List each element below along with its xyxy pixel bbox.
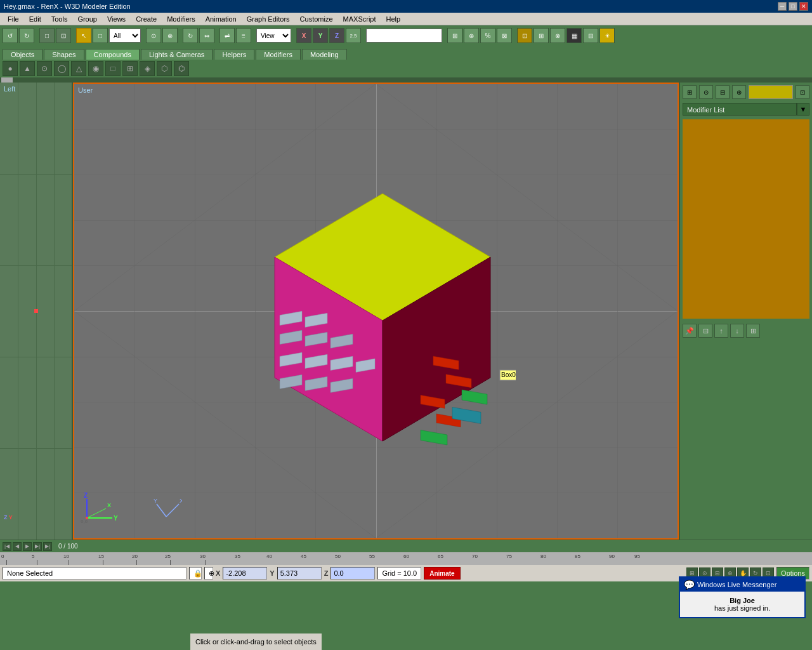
animation-controls: |◀ ◀ ▶ ▶| ▶| (0, 542, 55, 551)
x-coord-field[interactable]: -2.208 (223, 567, 267, 580)
pyramid-button[interactable]: △ (71, 61, 86, 76)
menu-views[interactable]: Views (102, 14, 131, 24)
menu-tools[interactable]: Tools (46, 14, 73, 24)
menu-graph-editors[interactable]: Graph Editors (242, 14, 295, 24)
sphere2-button[interactable]: ◉ (88, 61, 103, 76)
menu-modifiers[interactable]: Modifiers (162, 14, 200, 24)
select-region-button[interactable]: □ (93, 28, 108, 43)
box-button[interactable]: □ (105, 61, 121, 76)
go-to-start-button[interactable]: |◀ (3, 542, 11, 551)
prev-frame-button[interactable]: ◀ (13, 542, 22, 551)
torus-button[interactable]: ◯ (54, 61, 69, 76)
maximize-button[interactable]: □ (789, 2, 797, 11)
percent-button[interactable]: 2.5 (346, 28, 361, 43)
spinner-snap-button[interactable]: ⊠ (497, 28, 512, 43)
tab-compounds[interactable]: Compounds (86, 49, 140, 60)
material-editor-button[interactable]: ⊗ (550, 28, 565, 43)
render-checker-button[interactable]: ▦ (566, 28, 582, 43)
play-button[interactable]: ▶ (23, 542, 32, 551)
menu-animation[interactable]: Animation (200, 14, 242, 24)
window-controls[interactable]: ─ □ ✕ (778, 2, 808, 11)
view-mode-dropdown[interactable]: View Screen Local (256, 29, 291, 43)
move-modifier-up-button[interactable]: ↑ (714, 324, 728, 338)
select-object-button[interactable]: ⊙ (146, 28, 161, 43)
next-frame-button[interactable]: ▶| (33, 542, 42, 551)
render-grid-button[interactable]: ⊟ (583, 28, 598, 43)
scale-button[interactable]: ⇔ (199, 28, 214, 43)
snap-toggle-button[interactable]: ⊞ (447, 28, 462, 43)
move-modifier-down-button[interactable]: ↓ (730, 324, 744, 338)
display-button[interactable]: ⊟ (716, 85, 730, 99)
tab-shapes[interactable]: Shapes (44, 49, 84, 60)
selection-mode-dropdown[interactable]: All Geometry Shapes (109, 29, 141, 43)
open-button[interactable]: ⊡ (56, 28, 71, 43)
utilities-button[interactable]: ⊛ (732, 85, 746, 99)
lock-button[interactable]: 🔒 (189, 567, 202, 580)
tab-lights-cameras[interactable]: Lights & Cameras (141, 49, 213, 60)
select-and-link-button[interactable]: ⊗ (162, 28, 178, 43)
timeline-thumb[interactable] (1, 77, 13, 83)
timeline-bar[interactable] (0, 77, 812, 83)
tri-button[interactable]: ⌬ (174, 61, 189, 76)
motion-button[interactable]: ⊙ (699, 85, 713, 99)
cone-button[interactable]: ▲ (20, 61, 35, 76)
cylinder-button[interactable]: ⊙ (37, 61, 52, 76)
ruler-tick (69, 560, 69, 565)
tab-helpers[interactable]: Helpers (214, 49, 254, 60)
frame-counter: 0 / 100 (55, 543, 82, 550)
ruler-label-70: 70 (472, 554, 478, 559)
mirror-button[interactable]: ⇌ (219, 28, 235, 43)
pin-stack-button[interactable]: 📌 (683, 324, 697, 338)
tab-modeling[interactable]: Modeling (302, 49, 347, 60)
named-selection-input[interactable] (366, 29, 442, 43)
delete-modifier-button[interactable]: ⊟ (698, 324, 712, 338)
sphere-button[interactable]: ● (3, 61, 18, 76)
modifier-list-dropdown[interactable]: ▼ (797, 103, 809, 116)
z-coord-field[interactable]: 0.0 (331, 567, 375, 580)
ngon-button[interactable]: ⬡ (157, 61, 172, 76)
grid-button[interactable]: ⊞ (122, 61, 138, 76)
animate-button[interactable]: Animate (424, 567, 460, 580)
angle-snap-button[interactable]: ⊛ (464, 28, 479, 43)
quad-button[interactable]: ◈ (140, 61, 155, 76)
render-scene-button[interactable]: ⊞ (534, 28, 549, 43)
percent-snap-button[interactable]: % (480, 28, 495, 43)
menu-file[interactable]: File (3, 14, 24, 24)
menu-create[interactable]: Create (131, 14, 162, 24)
modifier-list-bar: Modifier List ▼ (680, 102, 812, 117)
hierarchy-button[interactable]: ⊞ (683, 85, 697, 99)
close-button[interactable]: ✕ (799, 2, 808, 11)
go-to-end-button[interactable]: ▶| (43, 542, 52, 551)
main-viewport[interactable]: User (73, 83, 679, 540)
timeline-ruler[interactable]: 0 5 10 15 20 25 30 35 40 45 50 55 60 65 … (0, 552, 812, 565)
left-viewport[interactable]: Left Z Y (0, 83, 73, 540)
wlm-popup[interactable]: 💬 Windows Live Messenger Big Joe has jus… (679, 576, 806, 618)
render-button[interactable]: ⊡ (517, 28, 532, 43)
tab-modifiers[interactable]: Modifiers (256, 49, 301, 60)
ruler-tick (136, 560, 137, 565)
menu-maxscript[interactable]: MAXScript (338, 14, 381, 24)
xyz-z-button[interactable]: Z (329, 28, 344, 43)
select-tool-button[interactable]: ↖ (76, 28, 91, 43)
menu-help[interactable]: Help (381, 14, 406, 24)
menu-customize[interactable]: Customize (295, 14, 338, 24)
undo-button[interactable]: ↺ (3, 28, 18, 43)
xyz-y-button[interactable]: Y (313, 28, 328, 43)
render-setup-button[interactable]: ⊡ (796, 85, 809, 99)
new-scene-button[interactable]: □ (39, 28, 55, 43)
rotate-button[interactable]: ↻ (183, 28, 198, 43)
ruler-label-60: 60 (403, 554, 409, 559)
y-coord-field[interactable]: 5.373 (277, 567, 322, 580)
redo-button[interactable]: ↻ (19, 28, 34, 43)
sun-button[interactable]: ☀ (599, 28, 615, 43)
menu-group[interactable]: Group (72, 14, 102, 24)
menu-edit[interactable]: Edit (24, 14, 46, 24)
svg-text:Box01: Box01 (501, 371, 516, 378)
select-icon[interactable]: ⊕ (204, 567, 213, 580)
object-color-swatch[interactable] (749, 85, 793, 99)
align-button[interactable]: ≡ (236, 28, 251, 43)
configure-button[interactable]: ⊞ (746, 324, 760, 338)
xyz-x-button[interactable]: X (296, 28, 311, 43)
minimize-button[interactable]: ─ (778, 2, 787, 11)
tab-objects[interactable]: Objects (3, 49, 43, 60)
